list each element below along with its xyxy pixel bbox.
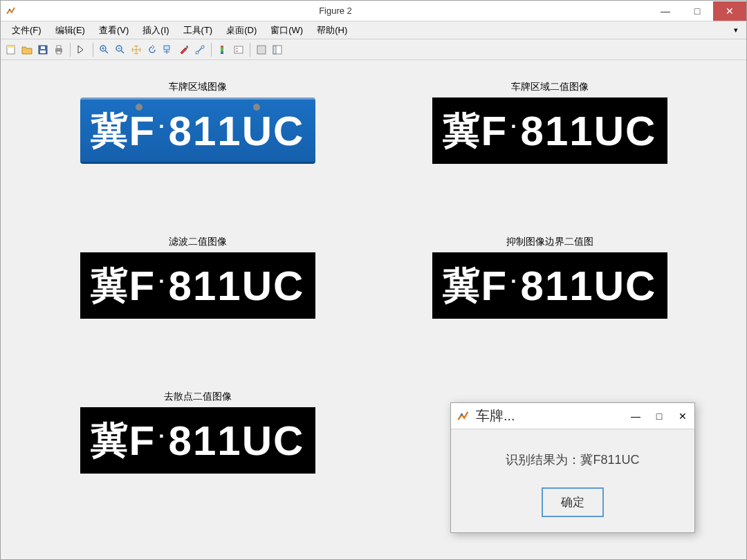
svg-point-0	[9, 8, 10, 10]
print-button[interactable]	[51, 42, 66, 57]
new-figure-button[interactable]	[3, 42, 19, 57]
dialog-titlebar: 车牌... — □ ✕	[451, 403, 694, 429]
subplot-title: 滤波二值图像	[169, 236, 227, 248]
svg-point-22	[201, 46, 204, 48]
subplot-binary: 车牌区域二值图像 冀F·811UC	[394, 81, 705, 215]
svg-rect-27	[257, 46, 266, 54]
figure-canvas: 车牌区域图像 冀F·811UC 车牌区域二值图像 冀F·811UC 滤波二值图像…	[1, 60, 746, 559]
svg-rect-7	[57, 46, 61, 48]
figure-window: Figure 2 — □ ✕ 文件(F) 编辑(E) 查看(V) 插入(I) 工…	[0, 0, 747, 560]
toolbar	[1, 39, 746, 60]
svg-line-14	[121, 50, 124, 53]
svg-rect-2	[7, 46, 15, 48]
minimize-button[interactable]: —	[649, 1, 681, 21]
subplot-title: 车牌区域二值图像	[511, 81, 589, 93]
hide-plot-tools-button[interactable]	[254, 42, 269, 57]
matlab-icon	[5, 5, 17, 17]
subplot-title: 车牌区域图像	[169, 81, 227, 93]
svg-rect-29	[273, 46, 276, 54]
menu-desktop[interactable]: 桌面(D)	[219, 22, 264, 39]
subplot-filtered: 滤波二值图像 冀F·811UC	[42, 236, 353, 370]
svg-rect-23	[221, 46, 223, 54]
subplot-despeckled: 去散点二值图像 冀F·811UC	[42, 391, 353, 525]
plate-image-color: 冀F·811UC	[80, 97, 315, 164]
show-plot-tools-button[interactable]	[270, 42, 285, 57]
edit-plot-button[interactable]	[74, 42, 89, 57]
plate-image-despeckled: 冀F·811UC	[80, 407, 315, 474]
svg-rect-16	[164, 46, 169, 50]
pan-button[interactable]	[129, 42, 144, 57]
insert-legend-button[interactable]	[231, 42, 246, 57]
dialog-result-text: 识别结果为：冀F811UC	[465, 451, 681, 468]
dialog-title: 车牌...	[476, 407, 624, 425]
dialog-close-button[interactable]: ✕	[671, 406, 694, 427]
brush-button[interactable]	[176, 42, 192, 57]
svg-line-10	[105, 50, 108, 53]
menu-file[interactable]: 文件(F)	[5, 22, 48, 39]
svg-point-30	[461, 413, 463, 415]
rotate-button[interactable]	[145, 42, 160, 57]
menu-insert[interactable]: 插入(I)	[136, 22, 176, 39]
svg-rect-24	[234, 46, 243, 53]
titlebar: Figure 2 — □ ✕	[1, 1, 746, 21]
subplot-title: 去散点二值图像	[164, 391, 232, 403]
subplot-title: 抑制图像边界二值图	[506, 236, 593, 248]
window-controls: — □ ✕	[649, 1, 746, 21]
subplot-plate-region: 车牌区域图像 冀F·811UC	[42, 81, 353, 215]
zoom-in-button[interactable]	[97, 42, 112, 57]
insert-colorbar-button[interactable]	[215, 42, 230, 57]
svg-rect-19	[186, 46, 188, 48]
dialog-maximize-button[interactable]: □	[647, 406, 671, 427]
svg-rect-4	[40, 50, 46, 53]
zoom-out-button[interactable]	[113, 42, 128, 57]
close-button[interactable]: ✕	[713, 1, 746, 21]
open-button[interactable]	[19, 42, 35, 57]
maximize-button[interactable]: □	[681, 1, 713, 21]
dialog-minimize-button[interactable]: —	[624, 406, 647, 427]
svg-rect-5	[41, 46, 45, 49]
result-dialog: 车牌... — □ ✕ 识别结果为：冀F811UC 确定	[450, 402, 695, 533]
svg-rect-8	[57, 51, 61, 54]
ok-button[interactable]: 确定	[542, 487, 604, 517]
link-button[interactable]	[192, 42, 208, 57]
menu-window[interactable]: 窗口(W)	[264, 22, 310, 39]
save-button[interactable]	[35, 42, 50, 57]
subplot-suppressed: 抑制图像边界二值图 冀F·811UC	[394, 236, 705, 370]
menu-tools[interactable]: 工具(T)	[176, 22, 220, 39]
menu-overflow-icon[interactable]: ▾	[734, 26, 742, 35]
menu-view[interactable]: 查看(V)	[92, 22, 136, 39]
svg-point-21	[196, 51, 199, 54]
menu-help[interactable]: 帮助(H)	[310, 22, 354, 39]
plate-image-suppressed: 冀F·811UC	[432, 252, 667, 319]
window-title: Figure 2	[21, 6, 649, 16]
data-cursor-button[interactable]	[160, 42, 176, 57]
plate-image-binary: 冀F·811UC	[432, 97, 667, 164]
menu-edit[interactable]: 编辑(E)	[48, 22, 92, 39]
plate-image-filtered: 冀F·811UC	[80, 252, 315, 319]
matlab-icon	[456, 409, 470, 423]
menubar: 文件(F) 编辑(E) 查看(V) 插入(I) 工具(T) 桌面(D) 窗口(W…	[1, 21, 746, 39]
